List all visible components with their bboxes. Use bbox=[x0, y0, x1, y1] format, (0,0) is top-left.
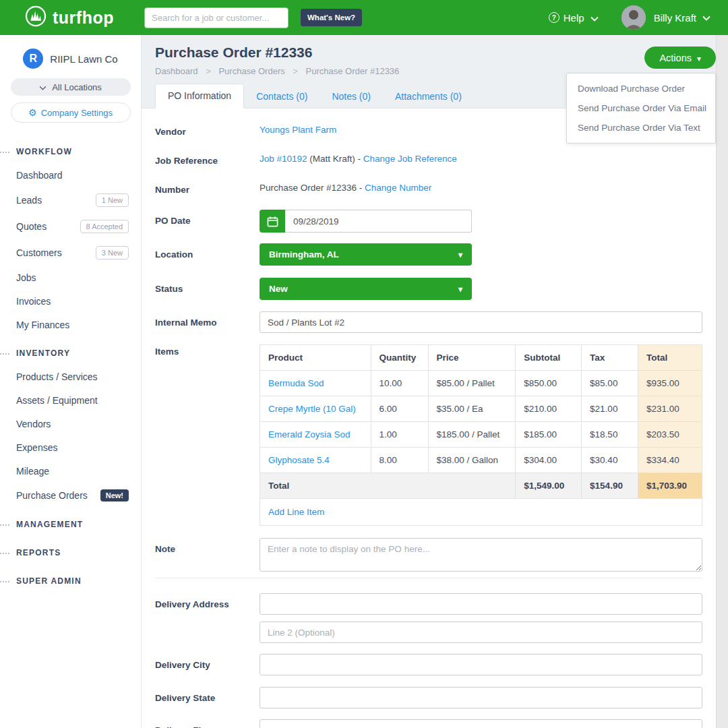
note-textarea[interactable] bbox=[260, 538, 702, 572]
sidebar-item-my-finances[interactable]: My Finances bbox=[0, 313, 141, 336]
company-header: R RIIPL Lawn Co bbox=[0, 35, 141, 69]
totals-total: $1,703.90 bbox=[638, 473, 702, 499]
brand-logo[interactable]: turfhop bbox=[0, 5, 142, 30]
delivery-zip-input[interactable] bbox=[260, 719, 702, 728]
vendor-link[interactable]: Youngs Plant Farm bbox=[260, 125, 336, 135]
actions-menu: Download Purchase Order Send Purchase Or… bbox=[566, 73, 716, 144]
locations-selector[interactable]: All Locations bbox=[11, 78, 131, 96]
add-line-item-row: Add Line Item bbox=[260, 499, 702, 526]
delivery-zip-row: Delivery Zip bbox=[155, 719, 702, 728]
tab-contacts[interactable]: Contacts (0) bbox=[244, 85, 320, 109]
delivery-state-label: Delivery State bbox=[155, 687, 260, 708]
po-number-text: Purchase Order #12336 - bbox=[260, 183, 365, 193]
change-job-reference-link[interactable]: Change Job Reference bbox=[363, 154, 457, 164]
sidebar: R RIIPL Lawn Co All Locations ⚙ Company … bbox=[0, 35, 142, 728]
help-label: Help bbox=[564, 12, 584, 24]
totals-label: Total bbox=[260, 473, 516, 499]
actions-button[interactable]: Actions▾ bbox=[644, 47, 716, 69]
section-heading-management[interactable]: MANAGEMENT bbox=[0, 513, 141, 536]
calendar-icon-button[interactable] bbox=[260, 210, 285, 233]
whats-new-button[interactable]: What's New? bbox=[301, 9, 362, 26]
job-link[interactable]: Job #10192 bbox=[260, 154, 307, 164]
section-dash bbox=[0, 152, 9, 153]
help-menu[interactable]: ? Help bbox=[549, 12, 599, 24]
brand-name: turfhop bbox=[53, 8, 114, 28]
caret-down-icon: ▾ bbox=[697, 54, 701, 63]
chevron-down-icon bbox=[39, 82, 47, 92]
vendor-label: Vendor bbox=[155, 125, 260, 137]
user-menu[interactable]: Billy Kraft bbox=[621, 5, 710, 30]
sidebar-item-vendors[interactable]: Vendors bbox=[0, 412, 141, 435]
col-total: Total bbox=[638, 345, 702, 371]
po-date-input[interactable] bbox=[285, 210, 472, 233]
sidebar-item-leads[interactable]: Leads 1 New bbox=[0, 187, 141, 213]
company-settings-button[interactable]: ⚙ Company Settings bbox=[11, 102, 131, 123]
delivery-address-row: Delivery Address bbox=[155, 593, 702, 643]
sidebar-item-customers[interactable]: Customers 3 New bbox=[0, 239, 141, 266]
section-dash bbox=[0, 553, 9, 554]
menu-item-send-po-text[interactable]: Send Purchase Order Via Text bbox=[567, 118, 715, 138]
section-heading-workflow: WORKFLOW bbox=[0, 140, 141, 163]
delivery-state-input[interactable] bbox=[260, 687, 702, 708]
delivery-address-input[interactable] bbox=[260, 593, 702, 615]
col-quantity: Quantity bbox=[371, 345, 428, 371]
section-dash bbox=[0, 353, 9, 355]
sidebar-item-expenses[interactable]: Expenses bbox=[0, 435, 141, 459]
breadcrumb-separator: > bbox=[293, 66, 298, 76]
delivery-address-label: Delivery Address bbox=[155, 593, 260, 643]
location-select[interactable]: Birmingham, AL ▾ bbox=[260, 243, 472, 266]
col-tax: Tax bbox=[582, 345, 638, 371]
product-link[interactable]: Emerald Zoysia Sod bbox=[268, 429, 351, 439]
search-input[interactable] bbox=[144, 7, 289, 28]
caret-down-icon: ▾ bbox=[458, 250, 462, 260]
sidebar-item-mileage[interactable]: Mileage bbox=[0, 459, 141, 483]
tab-po-information[interactable]: PO Information bbox=[155, 84, 244, 109]
delivery-city-input[interactable] bbox=[260, 654, 702, 675]
totals-tax: $154.90 bbox=[582, 473, 638, 499]
po-date-label: PO Date bbox=[155, 210, 260, 233]
breadcrumb-dashboard[interactable]: Dashboard bbox=[155, 66, 198, 76]
company-name: RIIPL Lawn Co bbox=[50, 53, 117, 65]
product-link[interactable]: Bermuda Sod bbox=[268, 378, 324, 388]
sidebar-item-assets-equipment[interactable]: Assets / Equipment bbox=[0, 388, 141, 412]
delivery-address-line2-input[interactable] bbox=[260, 621, 702, 643]
product-link[interactable]: Glyphosate 5.4 bbox=[268, 455, 330, 465]
section-heading-reports[interactable]: REPORTS bbox=[0, 541, 141, 564]
user-name: Billy Kraft bbox=[654, 12, 696, 24]
scrollbar-track[interactable] bbox=[716, 35, 728, 728]
col-product: Product bbox=[260, 345, 371, 371]
totals-row: Total $1,549.00 $154.90 $1,703.90 bbox=[260, 473, 702, 499]
sidebar-item-purchase-orders[interactable]: Purchase Orders New! bbox=[0, 483, 141, 508]
help-icon: ? bbox=[549, 12, 559, 23]
items-row: Items Product Quantity Price Subtotal Ta… bbox=[155, 344, 702, 526]
company-settings-label: Company Settings bbox=[41, 108, 113, 118]
tab-bar: PO Information Contacts (0) Notes (0) At… bbox=[155, 84, 474, 109]
po-information-panel: Vendor Youngs Plant Farm Job Reference J… bbox=[142, 109, 716, 728]
section-heading-super-admin[interactable]: SUPER ADMIN bbox=[0, 570, 141, 593]
chevron-down-icon bbox=[590, 12, 599, 24]
main-area: Purchase Order #12336 Dashboard > Purcha… bbox=[142, 35, 728, 728]
menu-item-send-po-email[interactable]: Send Purchase Order Via Email bbox=[567, 98, 715, 118]
status-label: Status bbox=[155, 278, 260, 300]
tab-notes[interactable]: Notes (0) bbox=[320, 85, 383, 109]
breadcrumb-purchase-orders[interactable]: Purchase Orders bbox=[218, 66, 284, 76]
delivery-city-label: Delivery City bbox=[155, 654, 260, 675]
chevron-down-icon bbox=[702, 11, 710, 24]
delivery-city-row: Delivery City bbox=[155, 654, 702, 675]
avatar bbox=[621, 5, 646, 30]
sidebar-item-invoices[interactable]: Invoices bbox=[0, 289, 141, 313]
status-select[interactable]: New ▾ bbox=[260, 278, 472, 300]
internal-memo-input[interactable] bbox=[260, 311, 702, 333]
add-line-item-link[interactable]: Add Line Item bbox=[268, 507, 324, 517]
menu-item-download-po[interactable]: Download Purchase Order bbox=[567, 79, 715, 98]
sidebar-nav: WORKFLOW Dashboard Leads 1 New Quotes 8 … bbox=[0, 140, 141, 593]
gear-icon: ⚙ bbox=[28, 107, 37, 118]
sidebar-item-dashboard[interactable]: Dashboard bbox=[0, 163, 141, 187]
change-number-link[interactable]: Change Number bbox=[365, 183, 431, 193]
product-link[interactable]: Crepe Myrtle (10 Gal) bbox=[268, 404, 356, 414]
sidebar-item-products-services[interactable]: Products / Services bbox=[0, 365, 141, 388]
customers-badge: 3 New bbox=[96, 246, 129, 260]
tab-attachments[interactable]: Attachments (0) bbox=[383, 85, 474, 109]
sidebar-item-quotes[interactable]: Quotes 8 Accepted bbox=[0, 213, 141, 239]
sidebar-item-jobs[interactable]: Jobs bbox=[0, 266, 141, 289]
